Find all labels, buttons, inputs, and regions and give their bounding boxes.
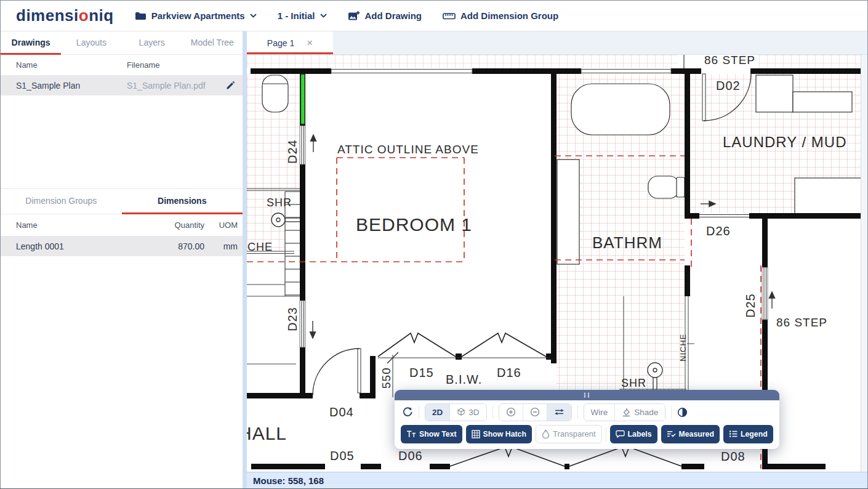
add-dimension-group-button[interactable]: Add Dimension Group xyxy=(443,10,558,21)
tab-page-1[interactable]: Page 1 × xyxy=(247,31,333,54)
room-label-hall: HALL xyxy=(247,423,287,443)
logo-text: dimensi xyxy=(16,6,79,25)
col-header-filename: Filename xyxy=(127,60,243,70)
tab-drawings[interactable]: Drawings xyxy=(1,31,61,55)
room-label-laundry: LAUNDRY / MUD xyxy=(723,134,846,150)
step-label-right: 86 STEP xyxy=(776,316,827,329)
drawing-row[interactable]: S1_Sample Plan S1_Sample Plan.pdf xyxy=(1,75,243,95)
revision-selector[interactable]: 1 - Initial xyxy=(278,10,327,21)
zoom-in-icon xyxy=(506,407,516,417)
tab-dimensions[interactable]: Dimensions xyxy=(122,189,243,214)
page-edge-strip xyxy=(861,55,867,472)
add-dimension-group-label: Add Dimension Group xyxy=(460,10,558,21)
biw-label: B.I.W. xyxy=(446,373,482,386)
add-drawing-button[interactable]: Add Drawing xyxy=(348,10,422,21)
attic-label: ATTIC OUTLINE ABOVE xyxy=(337,143,479,156)
tile-grid xyxy=(247,55,678,68)
laundry-cabinet xyxy=(756,75,793,112)
shower-head-center xyxy=(653,368,657,372)
labels-button[interactable]: Labels xyxy=(610,425,657,443)
render-mode-group: Wire Shade xyxy=(584,403,666,421)
door-label-d15: D15 xyxy=(409,366,434,379)
toolbar-drag-handle[interactable] xyxy=(395,390,779,400)
tab-dimension-groups[interactable]: Dimension Groups xyxy=(1,189,122,214)
col-header-name: Name xyxy=(1,220,137,230)
shr-label-right: SHR xyxy=(621,377,646,389)
add-drawing-label: Add Drawing xyxy=(365,10,422,21)
col-header-name: Name xyxy=(16,60,127,70)
measured-lines-icon xyxy=(667,430,676,438)
niche-label-right: NICHE xyxy=(678,334,688,362)
laundry-counter xyxy=(793,92,852,112)
col-header-uom: UOM xyxy=(204,220,243,230)
sidebar-canvas-divider[interactable] xyxy=(243,31,247,488)
show-hatch-button[interactable]: Show Hatch xyxy=(466,425,532,443)
drawing-name: S1_Sample Plan xyxy=(16,81,127,91)
dimension-row[interactable]: Length 0001 870.00 mm xyxy=(1,236,243,256)
contrast-icon xyxy=(677,407,688,418)
reset-view-button[interactable] xyxy=(402,406,413,418)
dimension-uom: mm xyxy=(204,241,243,251)
project-name: Parkview Apartments xyxy=(151,10,245,21)
tab-layouts[interactable]: Layouts xyxy=(61,31,121,55)
plan-viewport: ATTIC OUTLINE ABOVE BEDROOM 1 BATHRM LAU… xyxy=(247,55,867,472)
measured-button[interactable]: Measured xyxy=(661,425,720,443)
bathtub-fixture xyxy=(571,84,670,135)
shr-label-left: SHR xyxy=(267,196,292,209)
toolbar-divider xyxy=(577,405,578,419)
droplet-icon xyxy=(542,429,550,438)
door-label-d24: D24 xyxy=(286,139,299,164)
door-label-d25: D25 xyxy=(744,293,757,318)
transparent-button[interactable]: Transparent xyxy=(536,425,602,443)
drag-dots-icon xyxy=(582,392,592,398)
edit-drawing-button[interactable] xyxy=(218,81,243,90)
shower-arm xyxy=(653,377,657,390)
measured-dimension-line[interactable] xyxy=(301,75,305,124)
shower-arm xyxy=(285,218,301,222)
door-label-d02: D02 xyxy=(716,79,741,92)
dimension-550-label: 550 xyxy=(380,367,393,389)
text-icon xyxy=(406,430,416,438)
dimension-section: Dimension Groups Dimensions Name Quantit… xyxy=(1,188,243,256)
project-selector[interactable]: Parkview Apartments xyxy=(135,10,257,21)
legend-button[interactable]: Legend xyxy=(723,425,773,443)
view-2d-button[interactable]: 2D xyxy=(425,404,449,421)
close-tab-icon[interactable]: × xyxy=(307,38,313,48)
wire-button[interactable]: Wire xyxy=(584,404,615,421)
zoom-out-icon xyxy=(530,407,540,417)
hatch-grid-icon xyxy=(472,430,480,438)
pan-swap-button[interactable] xyxy=(547,404,571,421)
door-label-d23: D23 xyxy=(286,307,299,331)
contrast-button[interactable] xyxy=(677,407,688,418)
door-label-d06: D06 xyxy=(398,449,423,463)
cube-3d-icon xyxy=(457,408,465,416)
col-header-quantity: Quantity xyxy=(137,220,204,230)
toolbar-divider xyxy=(419,405,419,419)
door-label-d16: D16 xyxy=(497,366,521,379)
drawing-filename: S1_Sample Plan.pdf xyxy=(127,81,218,91)
page-tabbar: Page 1 × xyxy=(247,31,867,55)
zoom-out-button[interactable] xyxy=(523,404,547,421)
add-image-icon xyxy=(348,10,360,21)
shade-button[interactable]: Shade xyxy=(615,404,665,421)
step-label-top: 86 STEP xyxy=(704,55,755,67)
swap-arrows-icon xyxy=(554,408,565,416)
tab-layers[interactable]: Layers xyxy=(122,31,182,55)
show-text-button[interactable]: Show Text xyxy=(401,425,462,443)
toolbar-divider xyxy=(492,405,493,419)
pencil-icon xyxy=(226,81,235,90)
canvas-column: Page 1 × xyxy=(247,31,867,488)
sidebar: Drawings Layouts Layers Model Tree Name … xyxy=(1,31,243,488)
chevron-down-icon xyxy=(250,14,257,18)
revision-name: 1 - Initial xyxy=(278,10,315,21)
label-bubble-icon xyxy=(616,430,625,438)
view-3d-button[interactable]: 3D xyxy=(450,404,486,421)
door-label-d05: D05 xyxy=(330,449,355,463)
tab-model-tree[interactable]: Model Tree xyxy=(182,31,243,55)
zoom-in-button[interactable] xyxy=(499,404,523,421)
app-window: dimensioniq Parkview Apartments 1 - Init… xyxy=(0,0,868,489)
paint-bucket-icon xyxy=(622,408,631,417)
toolbar-divider xyxy=(671,405,672,419)
niche-label-left: CHE xyxy=(247,241,273,253)
toilet-fixture xyxy=(262,75,288,112)
